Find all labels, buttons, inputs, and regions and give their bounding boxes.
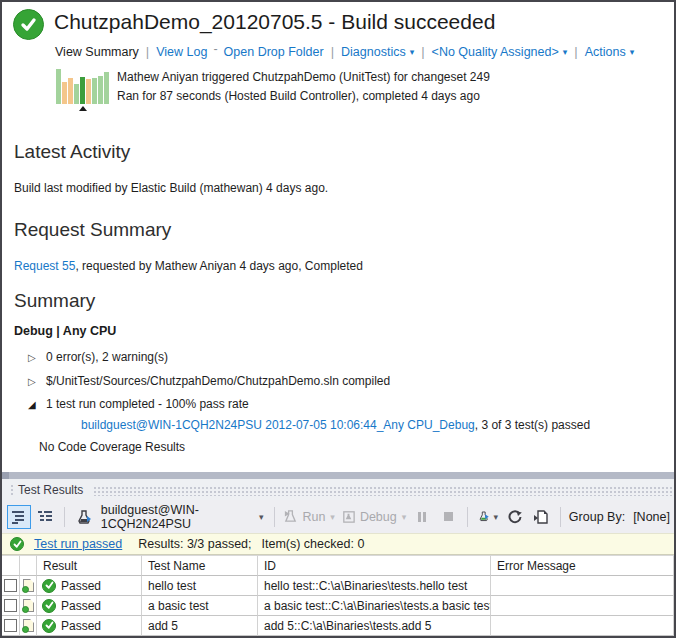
header-icon-column <box>20 555 37 576</box>
tree-collapsed-icon[interactable]: ▷ <box>28 352 38 363</box>
nav-diagnostics-dropdown[interactable]: Diagnostics <box>341 45 406 59</box>
test-results-toolbar: buildguest@WIN-1CQH2N24PSU ▾ Run ▾ Debug… <box>2 500 674 533</box>
row-checkbox[interactable] <box>4 599 17 612</box>
chevron-down-icon: ▾ <box>330 512 335 522</box>
passed-icon <box>42 579 56 593</box>
run-checked-tests-button[interactable] <box>72 505 96 529</box>
group-by-label: Group By: <box>569 510 625 524</box>
toolbar-separator <box>64 507 65 527</box>
test-flask-color-icon <box>478 509 489 525</box>
build-trigger-text: Mathew Aniyan triggered ChutzpahDemo (Un… <box>117 68 490 87</box>
test-run-suffix: , 3 of 3 test(s) passed <box>475 418 590 432</box>
export-results-button[interactable] <box>529 505 553 529</box>
toolbar-separator <box>467 507 468 527</box>
build-info: Mathew Aniyan triggered ChutzpahDemo (Un… <box>117 68 490 106</box>
export-file-icon <box>533 509 549 525</box>
debug-flask-icon <box>341 509 356 524</box>
page-title: ChutzpahDemo_20120705.5 - Build succeede… <box>54 10 495 34</box>
request-summary-text: Request 55, requested by Mathew Aniyan 4… <box>14 259 363 273</box>
tree-item-label: 1 test run completed - 100% pass rate <box>46 397 249 411</box>
id-cell: hello test::C:\a\Binaries\tests.hello te… <box>258 576 491 596</box>
test-results-title-bar[interactable]: Test Results <box>2 479 674 500</box>
column-header-error-message[interactable]: Error Message <box>491 555 674 576</box>
chevron-down-icon: ▾ <box>563 47 568 57</box>
nav-quality-dropdown[interactable]: <No Quality Assigned> <box>432 45 559 59</box>
result-cell: Passed <box>61 579 101 593</box>
nav-view-summary[interactable]: View Summary <box>55 45 139 59</box>
status-checked-text: Item(s) checked: 0 <box>262 537 365 551</box>
latest-activity-text: Build last modified by Elastic Build (ma… <box>14 181 328 195</box>
details-view-icon <box>11 509 27 525</box>
test-results-table: Result Test Name ID Error Message Passed… <box>2 555 674 636</box>
nav-open-drop-folder[interactable]: Open Drop Folder <box>224 45 324 59</box>
test-run-status-bar: Test run passed Results: 3/3 passed; Ite… <box>2 533 674 555</box>
tree-item-errors-warnings[interactable]: ▷ 0 error(s), 2 warning(s) <box>28 350 168 364</box>
test-run-passed-link[interactable]: Test run passed <box>34 537 122 551</box>
table-row[interactable]: Passed hello test hello test::C:\a\Binar… <box>2 576 674 596</box>
test-detail-icon[interactable] <box>23 619 34 632</box>
chevron-down-icon: ▾ <box>259 512 264 522</box>
splitter-grip <box>2 472 9 479</box>
build-history-bars <box>56 68 112 104</box>
current-build-marker-icon <box>79 106 87 111</box>
run-flask-icon <box>283 509 298 524</box>
row-checkbox[interactable] <box>4 619 17 632</box>
id-cell: a basic test::C:\a\Binaries\tests.a basi… <box>258 596 491 616</box>
tree-item-solution-compiled[interactable]: ▷ $/UnitTest/Sources/ChutzpahDemo/Chutzp… <box>28 374 390 388</box>
details-view-button[interactable] <box>7 505 31 529</box>
test-name-cell: hello test <box>142 576 258 596</box>
tree-item-test-run[interactable]: ◢ 1 test run completed - 100% pass rate <box>28 397 249 411</box>
test-name-cell: add 5 <box>142 616 258 636</box>
request-summary-heading: Request Summary <box>14 219 171 241</box>
nav-separator: | <box>146 44 149 59</box>
hierarchy-view-button[interactable] <box>33 505 57 529</box>
latest-activity-heading: Latest Activity <box>14 141 130 163</box>
run-test-options-button[interactable]: ▾ <box>475 505 501 529</box>
tree-item-label: $/UnitTest/Sources/ChutzpahDemo/Chutzpah… <box>46 374 390 388</box>
summary-heading: Summary <box>14 290 95 312</box>
tree-item-label: 0 error(s), 2 warning(s) <box>46 350 168 364</box>
group-by-dropdown[interactable]: [None] <box>633 510 670 524</box>
debug-button-disabled: Debug ▾ <box>338 509 409 524</box>
tree-expanded-icon[interactable]: ◢ <box>28 399 38 410</box>
refresh-icon <box>507 509 523 525</box>
passed-icon <box>42 619 56 633</box>
nav-actions-dropdown[interactable]: Actions <box>585 45 626 59</box>
run-test-flask-icon <box>76 509 92 525</box>
chevron-down-icon: ▾ <box>410 47 415 57</box>
test-run-target-dropdown[interactable]: buildguest@WIN-1CQH2N24PSU ▾ <box>97 503 268 531</box>
request-link[interactable]: Request 55 <box>14 259 75 273</box>
column-header-test-name[interactable]: Test Name <box>142 555 258 576</box>
pause-icon <box>418 512 426 522</box>
chevron-down-icon: ▾ <box>402 512 407 522</box>
toolbar-separator <box>274 507 275 527</box>
nav-separator: | <box>331 44 334 59</box>
status-results-text: Results: 3/3 passed; <box>138 537 251 551</box>
nav-dash-separator: - <box>213 42 217 56</box>
table-row[interactable]: Passed add 5 add 5::C:\a\Binaries\tests.… <box>2 616 674 636</box>
test-name-cell: a basic test <box>142 596 258 616</box>
build-configuration-label: Debug | Any CPU <box>14 324 116 338</box>
test-detail-icon[interactable] <box>23 599 34 612</box>
column-header-result[interactable]: Result <box>37 555 142 576</box>
panel-title: Test Results <box>18 483 83 497</box>
result-cell: Passed <box>61 599 101 613</box>
table-row[interactable]: Passed a basic test a basic test::C:\a\B… <box>2 596 674 616</box>
test-detail-icon[interactable] <box>23 579 34 592</box>
result-cell: Passed <box>61 619 101 633</box>
build-succeeded-icon <box>13 9 44 40</box>
test-run-link[interactable]: buildguest@WIN-1CQH2N24PSU 2012-07-05 10… <box>81 418 475 432</box>
row-checkbox[interactable] <box>4 579 17 592</box>
id-cell: add 5::C:\a\Binaries\tests.add 5 <box>258 616 491 636</box>
nav-view-log[interactable]: View Log <box>156 45 207 59</box>
panel-title-filler <box>93 486 672 496</box>
build-history-chart[interactable] <box>56 68 112 110</box>
toolbar-separator <box>560 507 561 527</box>
nav-separator: | <box>574 44 577 59</box>
column-header-id[interactable]: ID <box>258 555 491 576</box>
chevron-down-icon: ▾ <box>630 47 635 57</box>
panel-splitter[interactable] <box>2 472 674 479</box>
tree-collapsed-icon[interactable]: ▷ <box>28 376 38 387</box>
refresh-button[interactable] <box>503 505 527 529</box>
chevron-down-icon: ▾ <box>494 512 499 522</box>
